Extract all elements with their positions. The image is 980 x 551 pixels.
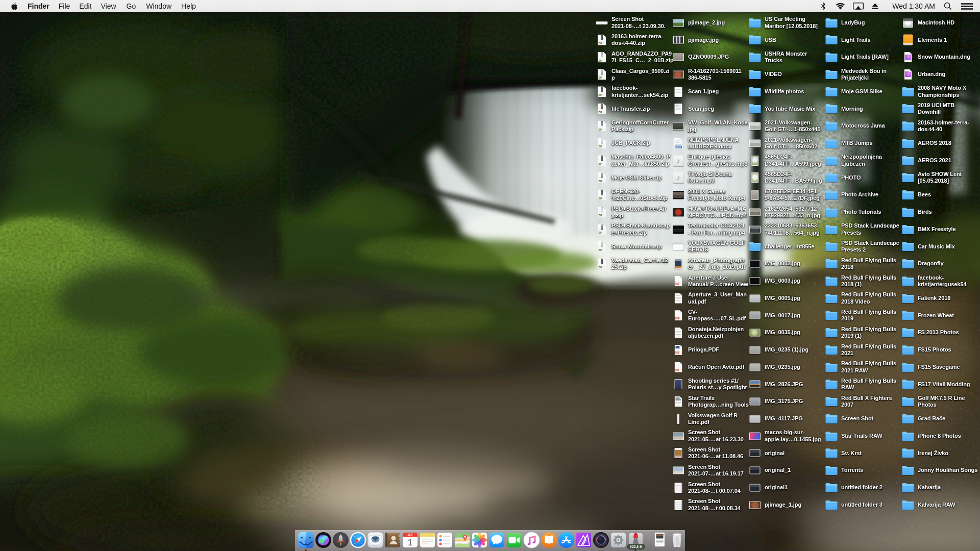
svg-text:SEP: SEP — [407, 533, 413, 536]
svg-text:1: 1 — [408, 538, 412, 547]
